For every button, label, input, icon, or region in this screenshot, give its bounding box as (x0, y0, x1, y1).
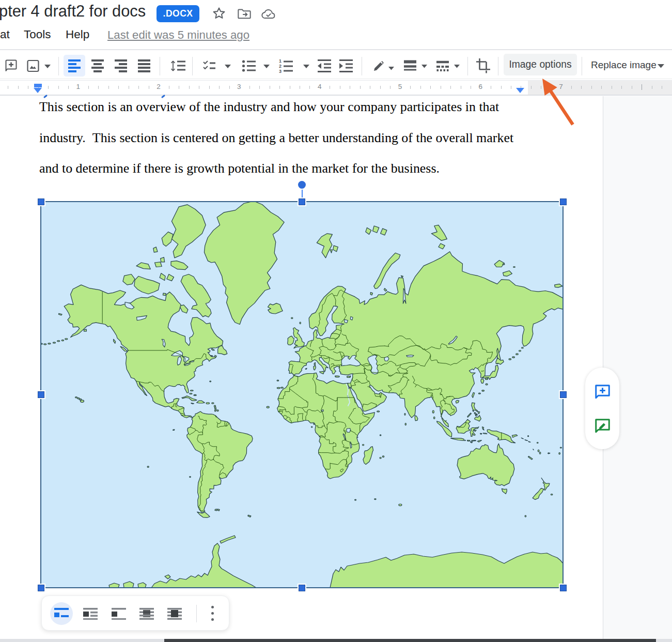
svg-text:1: 1 (279, 58, 282, 64)
svg-text:3: 3 (279, 69, 282, 73)
svg-text:2: 2 (279, 64, 282, 69)
